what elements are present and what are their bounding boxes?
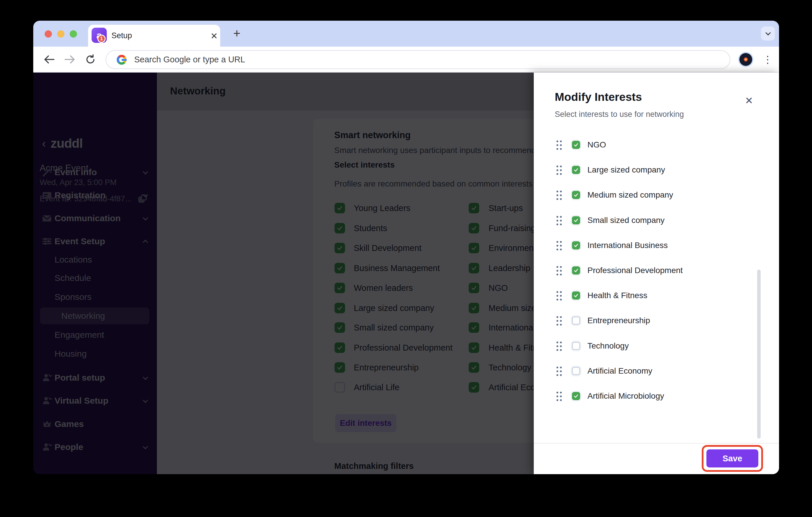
browser-menu-icon[interactable]: ⋮	[762, 51, 774, 68]
panel-subtitle: Select interests to use for networking	[555, 110, 684, 119]
close-icon[interactable]: ✕	[743, 94, 755, 107]
tab-search-chevron-icon[interactable]	[761, 27, 775, 40]
browser-window: a 1 Setup ✕ + Search Google or type a UR…	[33, 21, 779, 474]
modal-checkbox-professional-development[interactable]	[572, 266, 580, 275]
modal-interest-row-entrepreneurship: Entrepreneurship	[534, 312, 761, 329]
modal-interest-row-large-sized-company: Large sized company	[534, 161, 761, 179]
modal-checkbox-international-business[interactable]	[572, 241, 580, 249]
modal-interest-label: Professional Development	[587, 266, 683, 275]
modal-interest-row-small-sized-company: Small sized company	[534, 212, 761, 229]
modal-interest-label: Technology	[587, 341, 629, 351]
modal-interest-row-artificial-microbiology: Artificial Microbiology	[534, 387, 761, 405]
reload-icon[interactable]	[82, 47, 99, 72]
modal-interest-label: Health & Fitness	[587, 291, 647, 300]
drag-handle-icon[interactable]	[556, 366, 562, 376]
modal-interest-label: Medium sized company	[587, 190, 673, 200]
tab-title: Setup	[111, 25, 132, 47]
modal-interest-row-professional-development: Professional Development	[534, 262, 761, 279]
modal-checkbox-large-sized-company[interactable]	[572, 166, 580, 174]
tab-setup[interactable]: a 1 Setup ✕	[88, 25, 220, 47]
modal-interest-row-artificial-economy: Artificial Economy	[534, 362, 761, 380]
drag-handle-icon[interactable]	[556, 240, 562, 251]
zuddl-favicon-icon: a 1	[92, 28, 107, 43]
browser-toolbar: Search Google or type a URL ⋮	[33, 47, 779, 72]
save-button[interactable]: Save	[706, 449, 758, 467]
forward-icon[interactable]	[61, 47, 79, 72]
drag-handle-icon[interactable]	[556, 215, 562, 226]
modal-checkbox-entrepreneurship[interactable]	[572, 316, 580, 325]
close-window-button[interactable]	[45, 30, 52, 38]
drag-handle-icon[interactable]	[556, 190, 562, 201]
drag-handle-icon[interactable]	[556, 291, 562, 301]
tab-close-icon[interactable]: ✕	[208, 30, 220, 42]
modal-interest-label: Entrepreneurship	[587, 316, 650, 325]
scrollbar-thumb[interactable]	[757, 270, 761, 438]
zoom-window-button[interactable]	[70, 30, 77, 38]
drag-handle-icon[interactable]	[556, 341, 562, 352]
modal-interest-row-medium-sized-company: Medium sized company	[534, 186, 761, 204]
modal-checkbox-artificial-economy[interactable]	[572, 367, 580, 375]
modal-checkbox-health-fitness[interactable]	[572, 292, 580, 300]
google-icon	[117, 55, 126, 65]
new-tab-icon[interactable]: +	[228, 25, 245, 42]
modal-checkbox-technology[interactable]	[572, 342, 580, 350]
panel-title: Modify Interests	[555, 91, 642, 103]
tab-strip: a 1 Setup ✕ +	[33, 21, 779, 47]
back-icon[interactable]	[40, 47, 58, 72]
drag-handle-icon[interactable]	[556, 165, 562, 176]
drag-handle-icon[interactable]	[556, 391, 562, 402]
address-bar[interactable]: Search Google or type a URL	[106, 50, 730, 69]
modal-interest-label: Artificial Microbiology	[587, 391, 664, 401]
modal-interest-label: NGO	[587, 140, 606, 150]
modal-checkbox-small-sized-company[interactable]	[572, 216, 580, 224]
modify-interests-panel: Modify Interests Select interests to use…	[534, 72, 779, 474]
drag-handle-icon[interactable]	[556, 315, 562, 326]
address-placeholder: Search Google or type a URL	[134, 55, 245, 64]
modal-interest-row-international-business: International Business	[534, 237, 761, 254]
modal-interest-label: International Business	[587, 241, 668, 250]
minimize-window-button[interactable]	[57, 30, 64, 38]
modal-checkbox-medium-sized-company[interactable]	[572, 191, 580, 199]
modal-checkbox-ngo[interactable]	[572, 141, 580, 149]
drag-handle-icon[interactable]	[556, 266, 562, 276]
modal-interest-row-ngo: NGO	[534, 136, 761, 154]
modal-interest-row-health-fitness: Health & Fitness	[534, 287, 761, 304]
drag-handle-icon[interactable]	[556, 140, 562, 150]
modal-interest-row-technology: Technology	[534, 337, 761, 355]
modal-interest-label: Large sized company	[587, 165, 665, 175]
modal-interest-label: Artificial Economy	[587, 366, 652, 376]
profile-avatar[interactable]	[738, 52, 753, 67]
modal-checkbox-artificial-microbiology[interactable]	[572, 392, 580, 400]
favicon-badge: 1	[97, 35, 106, 43]
modal-interest-label: Small sized company	[587, 216, 665, 225]
